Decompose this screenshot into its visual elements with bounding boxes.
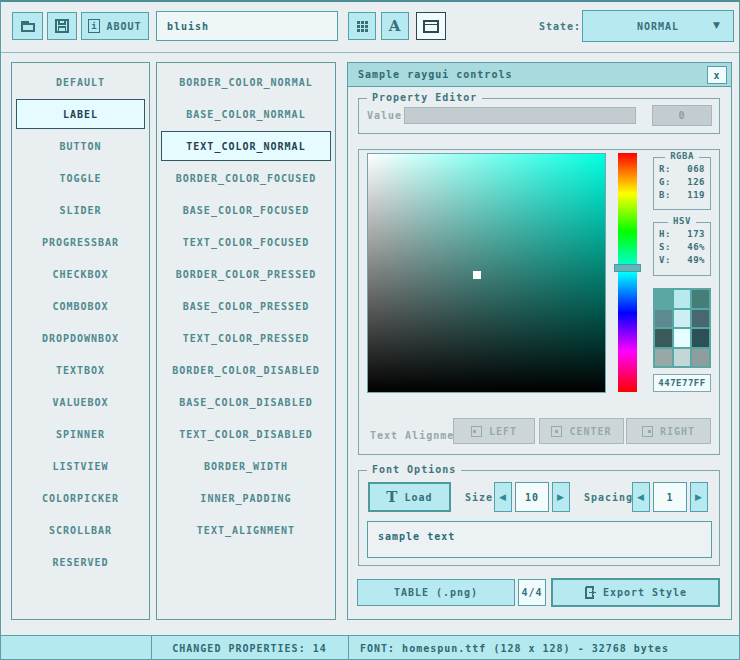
color-cursor[interactable] — [473, 271, 481, 279]
state-dropdown[interactable]: NORMAL ▼ — [582, 10, 734, 42]
color-swatch[interactable] — [674, 349, 691, 367]
properties-list-item[interactable]: BORDER_WIDTH — [161, 451, 331, 481]
controls-list-item-label: SLIDER — [59, 205, 101, 216]
controls-list-item-label: DROPDOWNBOX — [42, 333, 119, 344]
size-value-box[interactable]: 10 — [515, 482, 549, 512]
color-swatch[interactable] — [674, 310, 691, 328]
spacing-increase-button[interactable]: ▶ — [690, 482, 708, 512]
about-button[interactable]: i ABOUT — [81, 12, 149, 40]
hue-bar[interactable] — [618, 153, 637, 392]
size-increase-button[interactable]: ▶ — [552, 482, 570, 512]
open-style-button[interactable] — [12, 12, 43, 40]
close-button[interactable]: x — [707, 66, 727, 84]
font-toggle[interactable]: A — [381, 12, 409, 40]
style-table-toggle[interactable] — [348, 12, 376, 40]
color-swatch[interactable] — [655, 310, 672, 328]
properties-list-item[interactable]: TEXT_COLOR_FOCUSED — [161, 227, 331, 257]
controls-list-item[interactable]: RESERVED — [16, 547, 145, 577]
controls-list-item[interactable]: DROPDOWNBOX — [16, 323, 145, 353]
export-format-value-box[interactable]: 4/4 — [518, 579, 546, 606]
align-left-label: LEFT — [489, 426, 517, 437]
property-editor-group-label: Property Editor — [367, 92, 482, 103]
color-swatch[interactable] — [692, 349, 709, 367]
spacing-decrease-button[interactable]: ◀ — [632, 482, 650, 512]
properties-list-item[interactable]: BORDER_COLOR_PRESSED — [161, 259, 331, 289]
properties-list-item-label: TEXT_COLOR_NORMAL — [186, 141, 305, 152]
style-name-input[interactable]: bluish — [156, 11, 338, 41]
export-style-button[interactable]: Export Style — [551, 578, 720, 607]
controls-list-item-label: CHECKBOX — [52, 269, 108, 280]
controls-list-item[interactable]: VALUEBOX — [16, 387, 145, 417]
color-swatch[interactable] — [655, 349, 672, 367]
size-decrease-button[interactable]: ◀ — [494, 482, 512, 512]
controls-list-item[interactable]: SLIDER — [16, 195, 145, 225]
color-swatch[interactable] — [674, 290, 691, 308]
state-label: State: — [539, 21, 581, 32]
color-swatch[interactable] — [692, 329, 709, 347]
color-swatch[interactable] — [674, 329, 691, 347]
controls-list: DEFAULT LABEL BUTTON TOGGLE SLIDER PROGR… — [11, 62, 150, 620]
controls-list-item[interactable]: CHECKBOX — [16, 259, 145, 289]
color-swatch[interactable] — [655, 290, 672, 308]
controls-list-item-label: SCROLLBAR — [49, 525, 112, 536]
properties-list-item[interactable]: BORDER_COLOR_NORMAL — [161, 67, 331, 97]
controls-list-item-label: PROGRESSBAR — [42, 237, 119, 248]
controls-list-item[interactable]: BUTTON — [16, 131, 145, 161]
r-label: R: — [659, 164, 671, 174]
controls-list-item[interactable]: TOGGLE — [16, 163, 145, 193]
sample-text-input[interactable]: sample text — [367, 521, 712, 558]
controls-list-item[interactable]: LABEL — [16, 99, 145, 129]
controls-list-item[interactable]: SCROLLBAR — [16, 515, 145, 545]
properties-list-item[interactable]: INNER_PADDING — [161, 483, 331, 513]
controls-list-item[interactable]: SPINNER — [16, 419, 145, 449]
align-right-icon — [642, 426, 653, 437]
controls-list-item[interactable]: DEFAULT — [16, 67, 145, 97]
load-font-button[interactable]: T Load — [368, 482, 451, 512]
r-value: 068 — [687, 164, 705, 174]
color-swatch[interactable] — [692, 310, 709, 328]
properties-list-item[interactable]: BORDER_COLOR_FOCUSED — [161, 163, 331, 193]
color-swatch[interactable] — [655, 329, 672, 347]
properties-list-item[interactable]: BASE_COLOR_DISABLED — [161, 387, 331, 417]
spacing-value-box[interactable]: 1 — [653, 482, 687, 512]
properties-list-item[interactable]: TEXT_ALIGNMENT — [161, 515, 331, 545]
properties-list-item[interactable]: TEXT_COLOR_NORMAL — [161, 131, 331, 161]
align-right-button[interactable]: RIGHT — [626, 418, 711, 444]
chevron-right-icon: ▶ — [695, 492, 703, 502]
controls-list-item[interactable]: TEXTBOX — [16, 355, 145, 385]
sample-window-titlebar[interactable]: Sample raygui controls x — [348, 63, 731, 87]
properties-list-item[interactable]: TEXT_COLOR_DISABLED — [161, 419, 331, 449]
properties-list-item[interactable]: BASE_COLOR_PRESSED — [161, 291, 331, 321]
spacing-value: 1 — [666, 492, 673, 503]
controls-list-item[interactable]: COLORPICKER — [16, 483, 145, 513]
font-info-status: FONT: homespun.ttf (128 x 128) - 32768 b… — [360, 636, 669, 660]
properties-list-item[interactable]: BASE_COLOR_NORMAL — [161, 99, 331, 129]
controls-list-item[interactable]: LISTVIEW — [16, 451, 145, 481]
hex-color-input[interactable]: 447E77FF — [653, 374, 711, 392]
properties-list-item-label: BASE_COLOR_FOCUSED — [183, 205, 309, 216]
hex-color-value: 447E77FF — [658, 378, 705, 388]
color-swatch[interactable] — [692, 290, 709, 308]
window-icon — [423, 20, 439, 33]
align-center-button[interactable]: CENTER — [539, 418, 624, 444]
properties-list-item[interactable]: TEXT_COLOR_PRESSED — [161, 323, 331, 353]
align-left-button[interactable]: LEFT — [453, 418, 535, 444]
controls-list-item[interactable]: COMBOBOX — [16, 291, 145, 321]
sample-window-toggle[interactable] — [416, 12, 446, 40]
h-label: H: — [659, 229, 671, 239]
properties-list-item[interactable]: BORDER_COLOR_DISABLED — [161, 355, 331, 385]
value-box[interactable]: 0 — [652, 105, 712, 126]
color-saturation-value-panel[interactable] — [367, 153, 606, 393]
controls-list-item[interactable]: PROGRESSBAR — [16, 227, 145, 257]
save-style-button[interactable] — [47, 12, 77, 40]
table-png-button[interactable]: TABLE (.png) — [357, 579, 515, 606]
properties-list-item[interactable]: BASE_COLOR_FOCUSED — [161, 195, 331, 225]
hue-cursor[interactable] — [614, 264, 641, 272]
properties-list-item-label: BORDER_COLOR_DISABLED — [172, 365, 319, 376]
s-label: S: — [659, 242, 671, 252]
value-slider[interactable] — [404, 107, 636, 124]
value-label: Value: — [367, 110, 409, 121]
toolbar: i ABOUT bluish A — [1, 2, 739, 53]
style-name-value: bluish — [167, 21, 209, 32]
export-icon — [584, 586, 597, 599]
